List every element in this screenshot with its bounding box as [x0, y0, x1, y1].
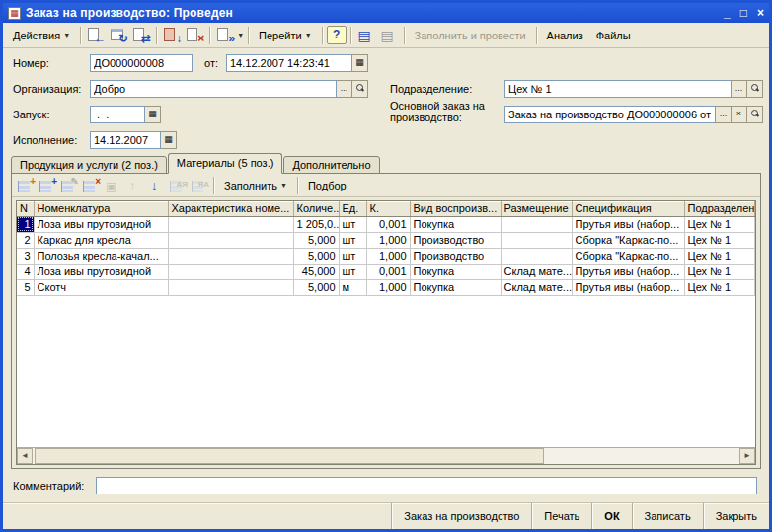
- table-row[interactable]: 4Лоза ивы прутовидной45,000шт0,001Покупк…: [17, 264, 755, 279]
- table-cell[interactable]: 3: [17, 248, 34, 264]
- clear-icon[interactable]: ×: [732, 106, 747, 123]
- production-order-menu-button[interactable]: Заказ на производство: [391, 503, 531, 529]
- table-cell[interactable]: Склад мате...: [501, 264, 572, 279]
- column-header[interactable]: К.: [366, 201, 410, 216]
- table-cell[interactable]: шт: [339, 216, 366, 232]
- number-field[interactable]: [90, 54, 193, 72]
- table-cell[interactable]: шт: [339, 232, 366, 248]
- table-row[interactable]: 1Лоза ивы прутовидной1 205,0...шт0,001По…: [17, 216, 755, 232]
- table-row[interactable]: 2Каркас для кресла5,000шт1,000Производст…: [17, 232, 755, 248]
- table-cell[interactable]: 0,001: [366, 216, 410, 232]
- copy-document-icon[interactable]: ⇄: [130, 25, 152, 45]
- table-cell[interactable]: Лоза ивы прутовидной: [34, 216, 168, 232]
- add-row-icon[interactable]: +: [15, 176, 36, 195]
- table-cell[interactable]: Скотч: [34, 279, 168, 295]
- table-cell[interactable]: шт: [339, 248, 366, 264]
- main-order-field[interactable]: [504, 106, 716, 123]
- pick-button[interactable]: Подбор: [302, 177, 352, 194]
- close-icon[interactable]: ×: [757, 6, 764, 20]
- post-document-icon[interactable]: ↓: [161, 25, 183, 45]
- search-icon[interactable]: [352, 80, 368, 98]
- table-row[interactable]: 5Скотч5,000м1,000ПокупкаСклад мате...Пру…: [17, 279, 755, 295]
- table-cell[interactable]: Сборка "Каркас-по...: [572, 232, 684, 248]
- table-cell[interactable]: [168, 248, 293, 264]
- fill-menu-button[interactable]: Заполнить ▼: [218, 177, 293, 194]
- ellipsis-icon[interactable]: ...: [337, 80, 352, 98]
- table-row[interactable]: 3Полозья кресла-качал...5,000шт1,000Прои…: [17, 248, 755, 264]
- organization-field[interactable]: [90, 80, 337, 98]
- table-cell[interactable]: Покупка: [410, 279, 501, 295]
- ellipsis-icon[interactable]: ...: [732, 80, 747, 98]
- table-cell[interactable]: Каркас для кресла: [34, 232, 168, 248]
- ellipsis-icon[interactable]: ...: [716, 106, 732, 123]
- scrollbar-thumb[interactable]: [35, 448, 544, 464]
- table-cell[interactable]: Цех № 1: [684, 216, 755, 232]
- ok-button[interactable]: ОК: [591, 503, 631, 529]
- scroll-left-icon[interactable]: ◄: [17, 448, 33, 464]
- column-header[interactable]: Количе...: [293, 201, 339, 216]
- files-button[interactable]: Файлы: [590, 27, 637, 44]
- table-cell[interactable]: Производство: [410, 232, 501, 248]
- print-button[interactable]: Печать: [531, 503, 591, 529]
- table-cell[interactable]: Сборка "Каркас-по...: [572, 248, 684, 264]
- table-cell[interactable]: [501, 232, 572, 248]
- table-cell[interactable]: 4: [17, 264, 34, 279]
- table-cell[interactable]: 5,000: [293, 279, 339, 295]
- column-header[interactable]: Ед.: [339, 201, 366, 216]
- table-cell[interactable]: Лоза ивы прутовидной: [34, 264, 168, 279]
- table-cell[interactable]: [168, 232, 293, 248]
- table-cell[interactable]: 5,000: [293, 232, 339, 248]
- table-cell[interactable]: [168, 216, 293, 232]
- table-cell[interactable]: 45,000: [293, 264, 339, 279]
- reread-icon[interactable]: ←: [85, 25, 107, 45]
- tab-products-services[interactable]: Продукция и услуги (2 поз.): [11, 156, 167, 174]
- table-cell[interactable]: Цех № 1: [684, 264, 755, 279]
- save-button[interactable]: Записать: [632, 503, 703, 529]
- help-icon[interactable]: ?: [327, 26, 347, 44]
- close-button[interactable]: Закрыть: [703, 503, 769, 529]
- table-cell[interactable]: 5,000: [293, 248, 339, 264]
- delete-row-icon[interactable]: ×: [80, 176, 101, 195]
- table-cell[interactable]: 1: [17, 216, 34, 232]
- move-down-icon[interactable]: ↓: [145, 176, 166, 195]
- scroll-right-icon[interactable]: ►: [739, 448, 755, 464]
- minimize-icon[interactable]: _: [724, 6, 731, 20]
- table-cell[interactable]: Прутья ивы (набор...: [572, 264, 684, 279]
- column-header[interactable]: N: [17, 201, 34, 216]
- cancel-posting-icon[interactable]: ×: [184, 25, 205, 45]
- actions-menu-button[interactable]: Действия ▼: [7, 27, 76, 44]
- list-settings-icon[interactable]: ▤: [378, 25, 400, 45]
- column-header[interactable]: Подразделен: [684, 201, 755, 216]
- goto-menu-button[interactable]: Перейти ▼: [253, 27, 318, 44]
- calendar-icon[interactable]: ▦: [161, 131, 177, 149]
- maximize-icon[interactable]: □: [740, 6, 747, 20]
- table-cell[interactable]: 5: [17, 279, 34, 295]
- edit-row-icon[interactable]: ✎: [58, 176, 79, 195]
- table-cell[interactable]: Прутья ивы (набор...: [572, 279, 684, 295]
- table-cell[interactable]: Прутья ивы (набор...: [572, 216, 684, 232]
- tab-materials[interactable]: Материалы (5 поз.): [168, 153, 283, 174]
- table-cell[interactable]: Покупка: [410, 216, 501, 232]
- column-header[interactable]: Характеристика номе...: [168, 201, 293, 216]
- refresh-window-icon[interactable]: ↻: [108, 25, 129, 45]
- column-header[interactable]: Вид воспроизв...: [410, 201, 501, 216]
- table-cell[interactable]: Цех № 1: [684, 232, 755, 248]
- date-field[interactable]: [226, 54, 352, 72]
- department-field[interactable]: [504, 80, 732, 98]
- table-cell[interactable]: Покупка: [410, 264, 501, 279]
- analysis-button[interactable]: Анализ: [541, 27, 589, 44]
- print-forms-icon[interactable]: »: [214, 25, 236, 45]
- scrollbar-track[interactable]: [33, 448, 739, 464]
- execution-date-field[interactable]: [90, 131, 161, 149]
- comment-field[interactable]: [96, 477, 757, 494]
- form-settings-icon[interactable]: ▤: [355, 25, 377, 45]
- tab-additional[interactable]: Дополнительно: [283, 156, 379, 174]
- table-cell[interactable]: 0,001: [366, 264, 410, 279]
- copy-row-icon[interactable]: +: [37, 176, 57, 195]
- table-cell[interactable]: 1,000: [366, 248, 410, 264]
- column-header[interactable]: Номенклатура: [34, 201, 168, 216]
- table-cell[interactable]: Цех № 1: [684, 248, 755, 264]
- table-cell[interactable]: 1,000: [366, 232, 410, 248]
- table-cell[interactable]: м: [339, 279, 366, 295]
- column-header[interactable]: Спецификация: [572, 201, 684, 216]
